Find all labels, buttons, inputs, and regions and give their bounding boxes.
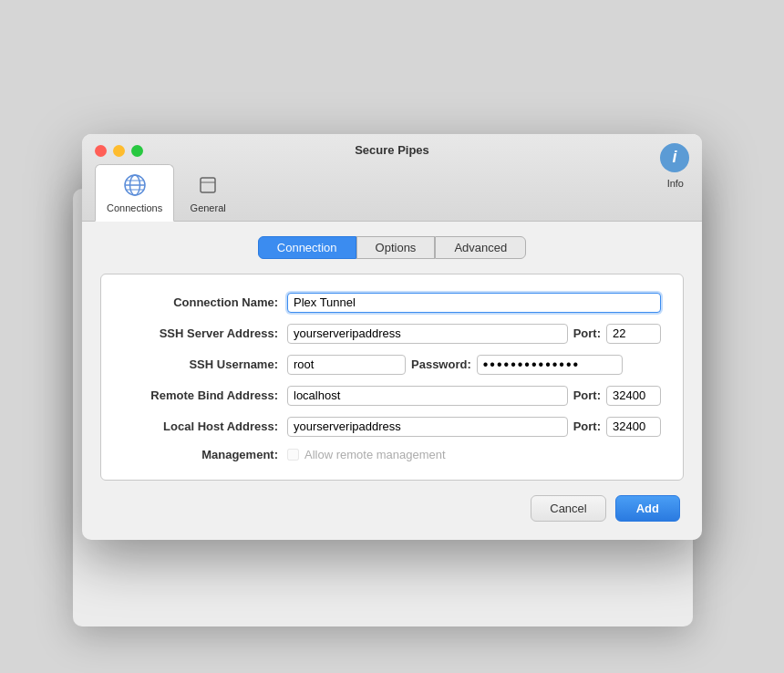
management-label: Management: bbox=[123, 448, 287, 461]
general-icon bbox=[193, 171, 222, 200]
management-checkbox-label: Allow remote management bbox=[304, 448, 446, 461]
remote-port-input[interactable] bbox=[606, 386, 661, 406]
title-bar: Secure Pipes Connections bbox=[82, 134, 702, 222]
local-host-input[interactable] bbox=[287, 417, 568, 437]
minimize-button[interactable] bbox=[113, 145, 125, 157]
remote-port-label: Port: bbox=[573, 388, 601, 402]
connections-label: Connections bbox=[107, 202, 162, 213]
connection-name-row: Connection Name: bbox=[123, 293, 661, 313]
tab-options[interactable]: Options bbox=[356, 236, 436, 259]
general-label: General bbox=[191, 202, 226, 213]
tab-connection[interactable]: Connection bbox=[258, 236, 356, 259]
toolbar-connections[interactable]: Connections bbox=[95, 164, 174, 222]
password-input[interactable] bbox=[477, 355, 623, 375]
management-row: Management: Allow remote management bbox=[123, 448, 661, 461]
ssh-username-label: SSH Username: bbox=[123, 357, 287, 371]
close-button[interactable] bbox=[95, 145, 107, 157]
ssh-server-label: SSH Server Address: bbox=[123, 326, 287, 340]
window-controls bbox=[95, 145, 143, 157]
toolbar-general[interactable]: General bbox=[176, 165, 240, 221]
management-group: Allow remote management bbox=[287, 448, 446, 461]
cancel-button[interactable]: Cancel bbox=[531, 495, 605, 522]
ssh-username-group: Password: bbox=[287, 355, 661, 375]
ssh-port-label: Port: bbox=[573, 326, 601, 340]
ssh-server-group: Port: bbox=[287, 324, 661, 344]
password-label: Password: bbox=[411, 357, 471, 371]
remote-bind-input[interactable] bbox=[287, 386, 568, 406]
local-host-label: Local Host Address: bbox=[123, 419, 287, 433]
management-checkbox[interactable] bbox=[287, 449, 299, 461]
local-host-row: Local Host Address: Port: bbox=[123, 417, 661, 437]
info-button[interactable]: i bbox=[660, 143, 689, 172]
connection-name-label: Connection Name: bbox=[123, 295, 287, 309]
remote-bind-group: Port: bbox=[287, 386, 661, 406]
info-label: Info bbox=[667, 178, 684, 189]
connection-name-input[interactable] bbox=[287, 293, 661, 313]
ssh-username-row: SSH Username: Password: bbox=[123, 355, 661, 375]
tab-advanced[interactable]: Advanced bbox=[435, 236, 526, 259]
ssh-username-input[interactable] bbox=[287, 355, 406, 375]
ssh-server-input[interactable] bbox=[287, 324, 568, 344]
local-port-input[interactable] bbox=[606, 417, 661, 437]
dialog-content: Connection Options Advanced Connection N… bbox=[82, 222, 702, 540]
globe-icon bbox=[120, 171, 150, 200]
remote-bind-row: Remote Bind Address: Port: bbox=[123, 386, 661, 406]
main-dialog: Secure Pipes Connections bbox=[82, 134, 702, 540]
action-row: Cancel Add bbox=[100, 495, 684, 522]
maximize-button[interactable] bbox=[131, 145, 143, 157]
ssh-server-row: SSH Server Address: Port: bbox=[123, 324, 661, 344]
tab-bar: Connection Options Advanced bbox=[100, 236, 684, 259]
add-button[interactable]: Add bbox=[615, 495, 680, 522]
svg-rect-5 bbox=[201, 178, 215, 192]
ssh-port-input[interactable] bbox=[606, 324, 661, 344]
window-container: Secure Pipes Connections bbox=[82, 134, 702, 540]
local-port-label: Port: bbox=[573, 419, 601, 433]
form-panel: Connection Name: SSH Server Address: Por… bbox=[100, 274, 684, 481]
window-title: Secure Pipes bbox=[355, 143, 429, 157]
toolbar: Connections General bbox=[95, 164, 689, 221]
local-host-group: Port: bbox=[287, 417, 661, 437]
remote-bind-label: Remote Bind Address: bbox=[123, 388, 287, 402]
